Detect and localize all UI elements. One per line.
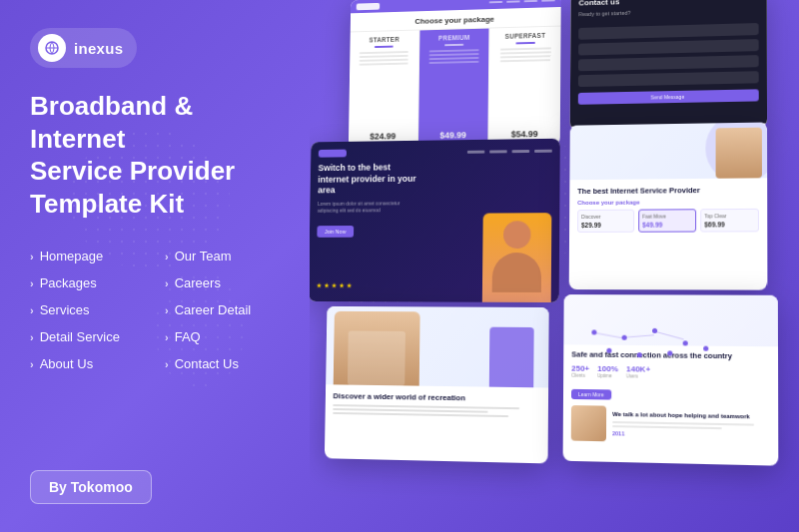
mockup-contact-card: Contact us Ready to get started? Send Me… <box>570 0 767 131</box>
left-panel: inexus Broadband & Internet Service Prov… <box>0 0 320 532</box>
pricing-col-superfast: Superfast $54.99 Get Started <box>488 27 560 149</box>
recreation-family-image <box>334 311 420 386</box>
service-body: The best Internet Service Provider Choos… <box>569 178 767 239</box>
contact-submit-button: Send Message <box>578 89 759 104</box>
hero-background: Switch to the best internet provider in … <box>310 139 560 302</box>
hero-stars: ★ ★ ★ ★ ★ <box>316 281 352 289</box>
hero-nav-link <box>489 150 507 153</box>
contact-field-email <box>578 39 759 55</box>
chevron-icon: › <box>165 251 169 263</box>
recreation-accent <box>489 327 534 388</box>
feature-line <box>360 63 408 66</box>
nav-link-our-team[interactable]: › Our Team <box>165 246 290 266</box>
service-title: The best Internet Service Provider <box>577 185 759 196</box>
pkg-name: Discover <box>581 213 630 219</box>
stat-users: 140K+ Users <box>626 364 650 379</box>
nav-link-career-detail[interactable]: › Career Detail <box>165 299 290 320</box>
star-icon: ★ <box>316 281 322 289</box>
map-dot <box>637 352 642 357</box>
feature-line <box>360 59 408 62</box>
contact-field-address <box>578 23 758 40</box>
nav-link-1 <box>489 1 503 4</box>
hero-cta-button: Join Now <box>317 226 353 238</box>
nav-link-about-us[interactable]: › About Us <box>30 353 155 374</box>
service-pkg-topclear: Top Clear $69.99 <box>700 209 759 233</box>
pkg-price: $29.99 <box>581 221 630 228</box>
mockup-recreation-card: Discover a wider world of recreation <box>325 306 549 464</box>
pkg-name: Fast Move <box>642 213 692 219</box>
service-pkg-title: Choose your package <box>577 198 759 205</box>
nav-link-services[interactable]: › Services <box>30 299 155 320</box>
plan-name-superfast: Superfast <box>505 32 546 40</box>
stat-uptime: 100% Uptime <box>597 364 618 378</box>
plan-icon <box>515 42 535 44</box>
nav-link-faq[interactable]: › FAQ <box>165 326 290 347</box>
contact-field-phone <box>578 55 759 71</box>
plan-icon <box>444 44 463 46</box>
feature-line <box>360 51 408 54</box>
chevron-icon: › <box>30 358 34 370</box>
author-badge: By Tokomoo <box>30 470 152 504</box>
main-heading: Broadband & Internet Service Provider Te… <box>30 90 290 220</box>
nav-link-contact-us[interactable]: › Contact Us <box>165 353 290 374</box>
logo-icon <box>38 34 66 62</box>
mockup-service-card: The best Internet Service Provider Choos… <box>569 123 768 290</box>
stat-clients: 250+ Clients <box>571 363 589 377</box>
service-pkg-fastmove: Fast Move $49.99 <box>638 209 696 232</box>
map-dot <box>606 348 611 353</box>
service-package-columns: Discover $29.99 Fast Move $49.99 Top Cle… <box>577 209 759 233</box>
mockup-container: Choose your package Starter $24.99 Get S… <box>310 0 799 532</box>
person-body <box>492 253 541 292</box>
plan-price-premium: $49.99 <box>439 130 466 140</box>
contact-field-message <box>578 71 759 87</box>
stats-map-section <box>563 294 778 346</box>
nav-link-packages[interactable]: › Packages <box>30 272 155 293</box>
recreation-text <box>333 404 540 418</box>
star-icon: ★ <box>339 282 345 290</box>
stats-map <box>571 319 769 320</box>
stats-cta-button: Learn More <box>571 389 611 400</box>
star-icon: ★ <box>347 282 353 290</box>
star-icon: ★ <box>324 282 330 290</box>
stats-numbers: 250+ Clients 100% Uptime 140K+ Users <box>571 363 770 380</box>
service-pkg-discover: Discover $29.99 <box>577 209 634 232</box>
stats-year: 2011 <box>612 430 770 439</box>
feature-line <box>500 55 550 58</box>
plan-features <box>493 47 556 62</box>
feature-line <box>429 57 479 60</box>
hero-nav-link <box>512 150 530 153</box>
feature-line <box>500 59 550 62</box>
plan-name-premium: Premium <box>438 34 470 42</box>
chevron-icon: › <box>165 304 169 316</box>
stats-person-image <box>571 405 606 441</box>
hero-nav-links <box>467 149 552 153</box>
map-connection <box>591 331 623 338</box>
nav-link-detail-service[interactable]: › Detail Service <box>30 326 155 347</box>
nav-link-careers[interactable]: › Careers <box>165 272 290 293</box>
pkg-price: $49.99 <box>642 221 692 228</box>
pkg-name: Top Clear <box>704 213 754 219</box>
plan-price-superfast: $54.99 <box>511 129 538 139</box>
map-connection <box>622 334 654 338</box>
stat-value: 140K+ <box>626 364 650 373</box>
nav-link-2 <box>506 0 520 3</box>
nav-links: › Homepage › Our Team › Packages › Caree… <box>30 246 290 374</box>
recreation-top-section <box>326 306 549 388</box>
map-dot <box>703 346 708 351</box>
plan-name-starter: Starter <box>369 36 400 44</box>
pkg-price: $69.99 <box>704 221 755 228</box>
nav-logo <box>357 2 381 9</box>
chevron-icon: › <box>30 251 34 263</box>
mockup-stats-card: Safe and fast connection across the coun… <box>563 294 779 466</box>
nav-link-homepage[interactable]: › Homepage <box>30 246 155 266</box>
hero-heading: Switch to the best internet provider in … <box>318 162 422 197</box>
feature-line <box>500 51 550 54</box>
stat-label: Clients <box>571 372 589 377</box>
service-header-image <box>569 123 767 181</box>
hero-nav-link <box>467 150 484 153</box>
stats-person-title: We talk a lot about hope helping and tea… <box>612 411 770 422</box>
hero-person-image <box>482 213 552 302</box>
feature-line <box>429 61 479 64</box>
map-dot <box>683 340 688 345</box>
map-connection <box>652 330 684 340</box>
